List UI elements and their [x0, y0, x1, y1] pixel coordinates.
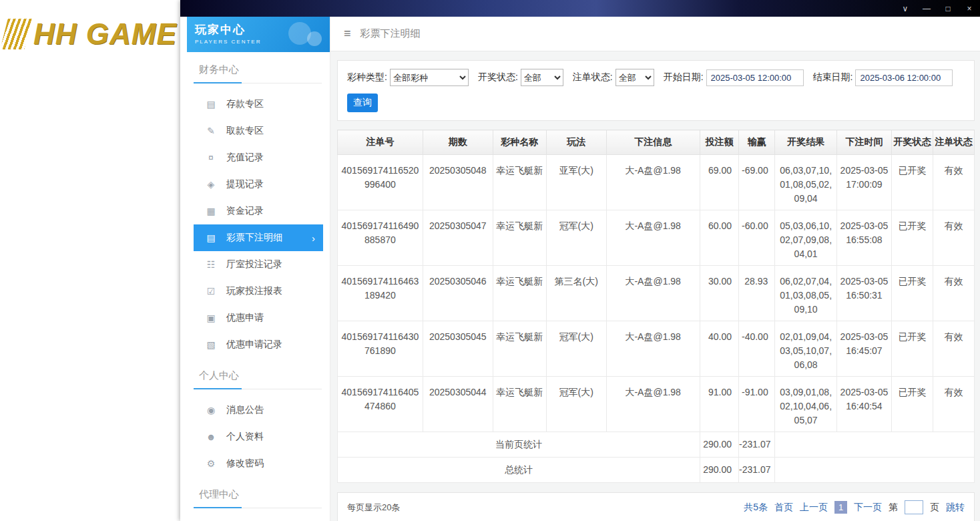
pagination-bar: 每页显示20条 共5条 首页 上一页 1 下一页 第 页 跳转	[337, 492, 975, 521]
col-bet-status: 注单状态	[933, 130, 974, 155]
funds-record-icon: ▦	[206, 206, 216, 216]
start-date-label: 开始日期:	[664, 71, 704, 83]
user-icon: ☻	[206, 431, 216, 442]
lottery-type-select[interactable]: 全部彩种	[390, 69, 469, 86]
chevron-right-icon: ›	[312, 232, 315, 244]
col-info: 下注信息	[606, 130, 700, 155]
promo-apply-icon: ▣	[206, 313, 216, 323]
table-row: 401569174116405474860 20250305044 幸运飞艇新 …	[338, 377, 975, 432]
draw-status-label: 开奖状态:	[478, 71, 518, 83]
window-maximize-button[interactable]: □	[937, 0, 959, 17]
bet-status-label: 注单状态:	[573, 71, 613, 83]
main-area: ≡ 彩票下注明细 彩种类型: 全部彩种 开奖状态:	[330, 17, 980, 521]
col-lottery: 彩种名称	[493, 130, 546, 155]
table-row: 401569174116490885870 20250305047 幸运飞艇新 …	[338, 210, 975, 266]
jump-prefix-label: 第	[889, 502, 898, 514]
sidebar-item-promo-apply-record[interactable]: ▧ 优惠申请记录	[194, 331, 323, 358]
bet-status-select[interactable]: 全部	[616, 69, 654, 86]
search-button[interactable]: 查询	[347, 94, 378, 112]
window-minimize-button[interactable]: —	[916, 0, 937, 17]
withdraw-icon: ✎	[206, 126, 216, 136]
page-summary-row: 当前页统计 290.00 -231.07	[338, 432, 975, 458]
deposit-icon: ▤	[206, 99, 216, 110]
window-titlebar: ∨ — □ ×	[180, 0, 980, 17]
agent-menu: ▤ 代理规则说明	[187, 516, 330, 521]
table-row: 401569174116520996400 20250305048 幸运飞艇新 …	[338, 155, 975, 210]
next-page-link[interactable]: 下一页	[854, 502, 882, 514]
col-amount: 投注额	[700, 130, 738, 155]
logo-stripes-icon	[0, 19, 31, 49]
section-finance-center: 财务中心	[194, 63, 322, 83]
total-summary-row: 总统计 290.00 -231.07	[338, 458, 975, 483]
bet-detail-table: 注单号 期数 彩种名称 玩法 下注信息 投注额 输赢 开奖结果 下注时间 开奖状…	[337, 130, 975, 483]
header-decoration-icon	[307, 31, 322, 46]
gear-icon: ⚙	[206, 458, 216, 469]
sidebar-item-deposit[interactable]: ▤ 存款专区	[194, 91, 323, 118]
col-play: 玩法	[546, 130, 606, 155]
jump-suffix-label: 页	[930, 502, 939, 514]
sidebar-item-funds-record[interactable]: ▦ 资金记录	[194, 198, 323, 224]
personal-menu: ◉ 消息公告 ☻ 个人资料 ⚙ 修改密码	[187, 397, 330, 477]
sidebar-item-profile[interactable]: ☻ 个人资料	[194, 423, 323, 450]
window-menu-button[interactable]: ∨	[895, 0, 916, 17]
topbar: ≡ 彩票下注明细	[330, 17, 980, 51]
page-title: 彩票下注明细	[360, 27, 421, 40]
sidebar-item-hall-bet-record[interactable]: ☷ 厅室投注记录	[194, 251, 323, 278]
finance-menu: ▤ 存款专区 ✎ 取款专区 ¤ 充值记录 ◈ 提现记录 ▦ 资金记录	[187, 91, 330, 358]
window-close-button[interactable]: ×	[959, 0, 980, 17]
app-window: ∨ — □ × 玩家中心 PLAYERS CENTER 财务中心 ▤ 存款专区	[180, 0, 980, 521]
col-period: 期数	[423, 130, 493, 155]
page-size-text: 每页显示20条	[347, 502, 400, 514]
sidebar-item-change-password[interactable]: ⚙ 修改密码	[194, 450, 323, 477]
brand-logo: HH GAME	[4, 17, 177, 51]
start-date-input[interactable]	[706, 69, 804, 86]
table-header-row: 注单号 期数 彩种名称 玩法 下注信息 投注额 输赢 开奖结果 下注时间 开奖状…	[338, 130, 975, 155]
recharge-record-icon: ¤	[206, 152, 216, 163]
end-date-label: 结束日期:	[813, 71, 853, 83]
filter-panel: 彩种类型: 全部彩种 开奖状态: 全部 注单状态:	[337, 60, 975, 121]
col-order: 注单号	[338, 130, 423, 155]
col-winloss: 输赢	[738, 130, 774, 155]
section-agent-center: 代理中心	[194, 488, 322, 508]
section-personal-center: 个人中心	[194, 369, 322, 389]
col-result: 开奖结果	[775, 130, 837, 155]
prev-page-link[interactable]: 上一页	[800, 502, 828, 514]
table-row: 401569174116463189420 20250305046 幸运飞艇新 …	[338, 266, 975, 321]
total-count-text: 共5条	[744, 502, 768, 514]
promo-apply-record-icon: ▧	[206, 339, 216, 350]
end-date-input[interactable]	[855, 69, 953, 86]
logo-text: HH GAME	[33, 17, 177, 51]
sidebar-item-withdraw[interactable]: ✎ 取款专区	[194, 118, 323, 144]
sidebar-item-promo-apply[interactable]: ▣ 优惠申请	[194, 305, 323, 331]
jump-button[interactable]: 跳转	[946, 502, 965, 514]
bell-icon: ◉	[206, 405, 216, 415]
hall-bet-record-icon: ☷	[206, 259, 216, 270]
logo-area: HH GAME	[0, 0, 180, 521]
sidebar-item-messages[interactable]: ◉ 消息公告	[194, 397, 323, 423]
col-draw-status: 开奖状态	[891, 130, 933, 155]
lottery-bet-detail-icon: ▤	[206, 232, 216, 243]
player-bet-report-icon: ☑	[206, 286, 216, 297]
sidebar-item-recharge-record[interactable]: ¤ 充值记录	[194, 144, 323, 171]
sidebar-item-agent-rules[interactable]: ▤ 代理规则说明	[194, 516, 323, 521]
draw-status-select[interactable]: 全部	[521, 69, 563, 86]
sidebar-item-cashout-record[interactable]: ◈ 提现记录	[194, 171, 323, 198]
sidebar-item-player-bet-report[interactable]: ☑ 玩家投注报表	[194, 278, 323, 305]
cashout-record-icon: ◈	[206, 179, 216, 190]
col-time: 下注时间	[836, 130, 891, 155]
sidebar-header: 玩家中心 PLAYERS CENTER	[187, 17, 330, 52]
hamburger-icon[interactable]: ≡	[344, 27, 351, 41]
current-page-indicator[interactable]: 1	[834, 501, 847, 514]
sidebar-item-lottery-bet-detail[interactable]: ▤ 彩票下注明细 ›	[194, 224, 323, 251]
first-page-link[interactable]: 首页	[774, 502, 793, 514]
sidebar: 玩家中心 PLAYERS CENTER 财务中心 ▤ 存款专区 ✎ 取款专区 ¤	[180, 17, 330, 521]
table-row: 401569174116430761890 20250305045 幸运飞艇新 …	[338, 321, 975, 377]
jump-page-input[interactable]	[905, 500, 923, 514]
content-area: 彩种类型: 全部彩种 开奖状态: 全部 注单状态:	[330, 51, 980, 521]
lottery-type-label: 彩种类型:	[347, 71, 387, 83]
